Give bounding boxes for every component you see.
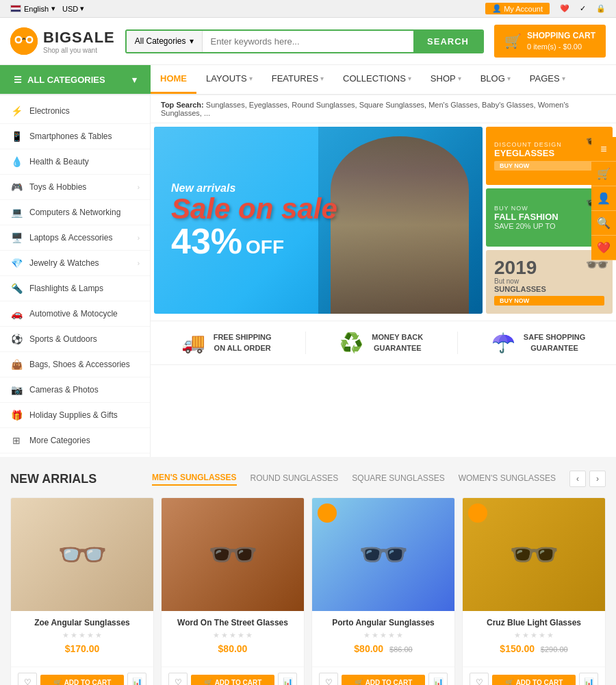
sidebar-item-computers[interactable]: 💻 Computers & Networking	[0, 200, 150, 225]
sidebar-item-cameras[interactable]: 📷 Cameras & Photos	[0, 377, 150, 403]
compare-button-1[interactable]: 📊	[127, 673, 146, 685]
add-to-cart-button-3[interactable]: 🛒 ADD TO CART	[342, 675, 425, 685]
search-tag[interactable]: Sunglasses,	[206, 101, 247, 109]
star-icon: ★	[396, 631, 403, 640]
sidebar-item-bags[interactable]: 👜 Bags, Shoes & Accessories	[0, 352, 150, 377]
lock-icon[interactable]: 🔒	[596, 4, 606, 13]
product-name-2: Word On The Street Glasses	[168, 618, 297, 627]
search-tag[interactable]: Square Sunglasses,	[359, 101, 426, 109]
toys-icon: 🎮	[10, 181, 23, 193]
sidebar-item-holiday[interactable]: 🎁 Holiday Supplies & Gifts	[0, 403, 150, 428]
money-back-text: MONEY BACKGUARANTEE	[372, 332, 423, 353]
tab-womens-sunglasses[interactable]: WOMEN'S SUNGLASSES	[459, 473, 556, 485]
product-actions-4: ♡ 🛒 ADD TO CART 📊	[463, 667, 605, 685]
wishlist-icon[interactable]: ❤️	[560, 4, 569, 13]
side-banner-1-btn[interactable]: BUY NOW	[494, 161, 604, 171]
cart-icon-top[interactable]: ✓	[580, 4, 586, 13]
wishlist-button-2[interactable]: ♡	[168, 673, 188, 685]
product-img-3: 🕶️	[312, 498, 454, 611]
nav-item-shop[interactable]: SHOP ▾	[421, 65, 471, 94]
sidebar-item-laptops[interactable]: 🖥️ Laptops & Accessories ›	[0, 225, 150, 251]
rs-menu-button[interactable]: ≡	[591, 137, 616, 162]
sidebar-item-electronics[interactable]: ⚡ Electronics	[0, 99, 150, 124]
search-tag[interactable]: Eyeglasses,	[249, 101, 290, 109]
tab-square-sunglasses[interactable]: SQUARE SUNGLASSES	[352, 473, 444, 485]
add-to-cart-button-4[interactable]: 🛒 ADD TO CART	[492, 675, 576, 685]
search-tag[interactable]: Round Sunglasses,	[292, 101, 357, 109]
next-tab-button[interactable]: ›	[589, 471, 606, 487]
star-icon: ★	[229, 631, 236, 640]
brand-tagline: Shop all you want	[43, 47, 115, 54]
all-categories-toggle[interactable]: ☰ ALL CATEGORIES ▾	[0, 65, 151, 94]
search-tag[interactable]: Men's Glasses,	[428, 101, 480, 109]
compare-button-2[interactable]: 📊	[278, 673, 297, 685]
product-name-1: Zoe Angular Sunglasses	[18, 618, 146, 627]
nav-item-pages[interactable]: PAGES ▾	[520, 65, 575, 94]
star-icon: ★	[213, 631, 220, 640]
wishlist-button-3[interactable]: ♡	[319, 673, 338, 685]
add-to-cart-button-1[interactable]: 🛒 ADD TO CART	[40, 675, 124, 685]
prev-tab-button[interactable]: ‹	[569, 471, 586, 487]
nav-item-home[interactable]: HOME	[151, 65, 196, 94]
sidebar-item-flashlights[interactable]: 🔦 Flashlights & Lamps	[0, 276, 150, 301]
nav-item-features[interactable]: FEATURES ▾	[262, 65, 333, 94]
banner-section: New arrivals Sale on sale 43% OFF 🕶️ DIS…	[151, 123, 616, 317]
wishlist-button-4[interactable]: ♡	[470, 673, 489, 685]
side-banner-3-btn[interactable]: BUY NOW	[494, 296, 604, 306]
product-actions-3: ♡ 🛒 ADD TO CART 📊	[312, 667, 454, 685]
search-input[interactable]	[203, 31, 414, 52]
feature-money-back: ♻️ MONEY BACKGUARANTEE	[339, 332, 423, 354]
cart-items: 0 item(s) - $0.00	[527, 42, 595, 52]
products-section: NEW ARRIALS MEN'S SUNGLASSES ROUND SUNGL…	[0, 457, 616, 685]
sidebar-item-automotive[interactable]: 🚗 Automotive & Motocycle	[0, 301, 150, 327]
sidebar-item-more[interactable]: ⊞ More Categories	[0, 428, 150, 453]
rs-account-button[interactable]: 👤	[591, 186, 616, 211]
cameras-icon: 📷	[10, 384, 23, 396]
compare-button-4[interactable]: 📊	[579, 673, 598, 685]
cart-area[interactable]: 🛒 SHOPPING CART 0 item(s) - $0.00	[494, 25, 606, 58]
tab-round-sunglasses[interactable]: ROUND SUNGLASSES	[251, 473, 339, 485]
currency-selector[interactable]: USD ▾	[62, 4, 84, 13]
search-category-dropdown[interactable]: All Categories ▾	[127, 31, 203, 52]
shipping-icon: 🚚	[181, 332, 205, 354]
product-img-4: 🕶️	[463, 498, 605, 611]
nav-items: HOME LAYOUTS ▾ FEATURES ▾ COLLECTIONS ▾ …	[151, 65, 575, 94]
feature-shipping: 🚚 FREE SHIPPINGON ALL ORDER	[181, 332, 272, 354]
bags-icon: 👜	[10, 358, 23, 371]
account-link[interactable]: 👤 My Account	[485, 3, 550, 14]
price-value-1: $170.00	[65, 643, 100, 654]
star-icon: ★	[388, 631, 395, 640]
nav-item-blog[interactable]: BLOG ▾	[471, 65, 520, 94]
rs-wishlist-button[interactable]: ❤️	[591, 236, 616, 260]
nav-item-layouts[interactable]: LAYOUTS ▾	[196, 65, 262, 94]
star-icon: ★	[79, 631, 86, 640]
add-to-cart-button-2[interactable]: 🛒 ADD TO CART	[191, 675, 274, 685]
nav-item-collections[interactable]: COLLECTIONS ▾	[333, 65, 421, 94]
tab-mens-sunglasses[interactable]: MEN'S SUNGLASSES	[152, 473, 237, 486]
star-icon: ★	[87, 631, 94, 640]
side-banner-2-subtitle: SAVE 20% UP TO	[494, 222, 604, 230]
product-img-1: 👓	[11, 498, 153, 611]
product-stars-4: ★ ★ ★ ★ ★	[470, 631, 598, 640]
search-button[interactable]: SEARCH	[413, 31, 483, 52]
sidebar-item-sports[interactable]: ⚽ Sports & Outdoors	[0, 327, 150, 352]
feature-safe: ☂️ SAFE SHOPPINGGUARANTEE	[491, 332, 585, 354]
compare-button-3[interactable]: 📊	[428, 673, 448, 685]
section-header: NEW ARRIALS MEN'S SUNGLASSES ROUND SUNGL…	[10, 471, 606, 487]
sidebar-item-jewelry[interactable]: 💎 Jewelry & Watches ›	[0, 251, 150, 276]
main-banner[interactable]: New arrivals Sale on sale 43% OFF	[154, 127, 483, 314]
old-price-4: $290.00	[541, 645, 568, 653]
sidebar-item-toys[interactable]: 🎮 Toys & Hobbies ›	[0, 175, 150, 200]
holiday-icon: 🎁	[10, 409, 23, 421]
product-name-3: Porto Angular Sunglasses	[319, 618, 448, 627]
sidebar-item-smartphones[interactable]: 📱 Smartphones & Tables	[0, 124, 150, 149]
wishlist-button-1[interactable]: ♡	[18, 673, 37, 685]
rs-cart-button[interactable]: 🛒	[591, 162, 616, 186]
star-icon: ★	[363, 631, 370, 640]
logo[interactable]: BIGSALE Shop all you want	[10, 27, 115, 55]
cart-icon-3: 🛒	[355, 679, 363, 685]
language-selector[interactable]: English ▾	[10, 4, 55, 13]
search-tag[interactable]: Baby's Glasses,	[482, 101, 536, 109]
rs-search-button[interactable]: 🔍	[591, 211, 616, 236]
sidebar-item-health[interactable]: 💧 Health & Beauty	[0, 149, 150, 175]
